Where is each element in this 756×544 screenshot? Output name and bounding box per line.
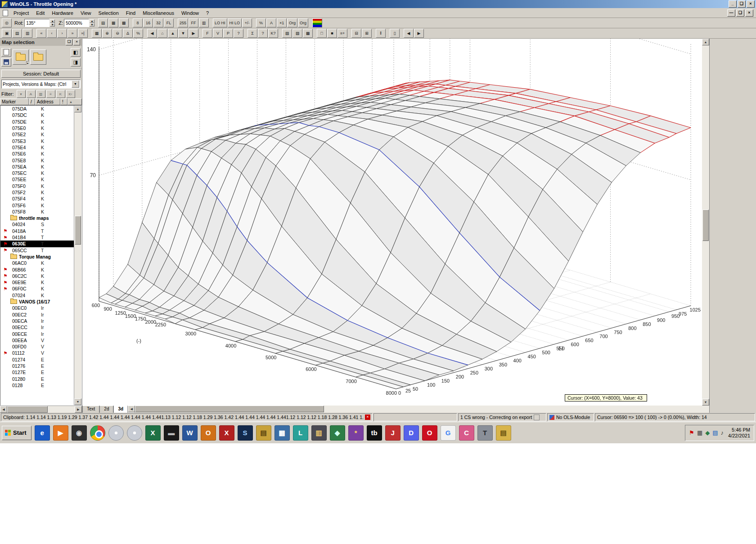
taskbar-icon-eprom-programmer[interactable]: ▥ xyxy=(311,425,327,441)
percent-view-button[interactable]: % xyxy=(256,18,266,27)
map-scroll-down-icon[interactable]: ▼ xyxy=(702,399,709,406)
display-hex-button[interactable]: FF xyxy=(189,18,198,27)
checksum-button[interactable]: Σ xyxy=(248,29,257,38)
globe-icon[interactable]: ◎ xyxy=(2,18,12,27)
taskbar-icon-google-app[interactable]: G xyxy=(441,425,456,441)
taskbar-icon-folder-window[interactable]: ▤ xyxy=(496,425,511,441)
map-row[interactable]: 00EC0Ir xyxy=(0,305,74,311)
rotation-stepper[interactable]: ▲▼ xyxy=(50,19,55,27)
map-row[interactable]: ⚑06B66K xyxy=(0,266,74,272)
precision-32bit-button[interactable]: 32 xyxy=(153,18,163,27)
import-file-button[interactable] xyxy=(30,49,46,65)
view-2d-button[interactable]: ▦ xyxy=(108,18,118,27)
map-row[interactable]: 00ECEIr xyxy=(0,330,74,337)
map-row[interactable]: 075E3K xyxy=(0,138,74,144)
filter-dropdown-button[interactable]: ▾ xyxy=(17,90,26,98)
menu-[interactable]: ? xyxy=(202,9,212,17)
scroll-right-icon[interactable]: ▶ xyxy=(75,406,82,413)
taskbar-icon-camera-recorder[interactable]: ◉ xyxy=(72,425,87,441)
filter-columns-button[interactable]: ▥ xyxy=(36,90,45,98)
show-addresses-button[interactable]: P xyxy=(223,29,233,38)
chevron-down-icon[interactable]: ▼ xyxy=(72,80,79,88)
map-row[interactable]: 01276E xyxy=(0,363,74,369)
clipboard-clear-icon[interactable]: × xyxy=(365,415,370,420)
precision-float-button[interactable]: FL xyxy=(164,18,174,27)
level-up-button[interactable]: ▲ xyxy=(168,29,178,38)
map-row[interactable]: 075DEK xyxy=(0,119,74,125)
map-row[interactable]: 01274E xyxy=(0,357,74,363)
map-row[interactable]: 0128E xyxy=(0,382,74,388)
taskbar-icon-file-explorer[interactable]: ▤ xyxy=(256,425,271,441)
map-vertical-scrollbar[interactable]: ▲ ▼ xyxy=(702,39,709,406)
map-scroll-up-icon[interactable]: ▲ xyxy=(702,39,709,45)
split-horizontal-button[interactable]: ⊟ xyxy=(351,29,361,38)
taskbar-icon-cd-burner[interactable] xyxy=(108,425,124,441)
map-row[interactable]: 075E4K xyxy=(0,144,74,151)
list-vertical-scrollbar[interactable]: ▲ ▼ xyxy=(74,106,81,405)
dock-left-button[interactable]: ◧ xyxy=(71,48,81,57)
taskbar-icon-cd-burner-2[interactable] xyxy=(127,425,142,441)
map-row[interactable]: 00EC2Ir xyxy=(0,312,74,318)
folder-row[interactable]: VANOS (16/17 xyxy=(0,299,74,305)
taskbar-icon-photo-editor[interactable]: * xyxy=(348,425,364,441)
map-row[interactable]: 075E2K xyxy=(0,131,74,138)
save-version-button[interactable] xyxy=(1,58,11,67)
precision-8bit-button[interactable]: 8 xyxy=(133,18,143,27)
map-list-view-button[interactable]: ▦ xyxy=(92,29,102,38)
column-address[interactable]: Address xyxy=(35,98,60,105)
map-row[interactable]: 07024K xyxy=(0,292,74,299)
undock-button[interactable]: ◨ xyxy=(71,58,81,67)
start-button[interactable]: Start xyxy=(2,426,32,440)
map-row[interactable]: 00ECCIr xyxy=(0,324,74,330)
tab-3d[interactable]: 3d xyxy=(113,406,128,413)
menu-project[interactable]: Project xyxy=(10,9,32,17)
map-row[interactable]: 075DAK xyxy=(0,106,74,112)
map-row[interactable]: ⚑065CCT xyxy=(0,247,74,254)
next-window-button[interactable]: ▶ xyxy=(414,29,424,38)
project-properties-button[interactable]: ▥ xyxy=(22,29,32,38)
session-selector[interactable]: Session: Default xyxy=(1,70,81,78)
taskbar-icon-logger-app[interactable]: L xyxy=(293,425,308,441)
list-horizontal-scrollbar[interactable]: ◀ ▶ xyxy=(0,406,82,413)
map-row[interactable]: 01280E xyxy=(0,375,74,382)
filter-text-button[interactable]: A xyxy=(27,90,36,98)
scroll-down-icon[interactable]: ▼ xyxy=(74,398,81,405)
view-3d-button[interactable]: ▩ xyxy=(119,18,129,27)
sort-arrow-icon[interactable]: ▲ xyxy=(68,98,82,105)
nav-end-button[interactable]: »| xyxy=(78,29,88,38)
taskbar-icon-x-utility[interactable]: X xyxy=(219,425,234,441)
map-row[interactable]: 04024S xyxy=(0,221,74,227)
taskbar-clock[interactable]: 5:46 PM 4/22/2021 xyxy=(728,427,750,439)
menu-miscellaneous[interactable]: Miscellaneous xyxy=(139,9,178,17)
map-3d-view-button[interactable]: ■ xyxy=(327,29,337,38)
pause-window-button[interactable]: ‖ xyxy=(376,29,386,38)
original-compare-button[interactable]: Org xyxy=(298,18,308,27)
map-row[interactable]: 075F6K xyxy=(0,202,74,208)
map-2d-view-button[interactable]: □ xyxy=(317,29,327,38)
hexdump-view-button[interactable]: ▧ xyxy=(292,29,302,38)
open-dropdown-icon[interactable]: ▾ xyxy=(26,61,29,65)
menu-view[interactable]: View xyxy=(77,9,95,17)
close-button[interactable]: × xyxy=(747,0,755,8)
taskbar-icon-cad-3d[interactable]: ◆ xyxy=(330,425,345,441)
text-mode-button[interactable]: ▩ xyxy=(303,29,313,38)
map-row[interactable]: 06AC0K xyxy=(0,260,74,266)
taskbar-icon-chrome[interactable] xyxy=(90,425,105,441)
taskbar-icon-wrench-tool[interactable]: T xyxy=(477,425,493,441)
taskbar-icon-c-app[interactable]: C xyxy=(459,425,474,441)
nav-previous-button[interactable]: ‹ xyxy=(47,29,57,38)
folder-row[interactable]: throttle maps xyxy=(0,215,74,221)
menu-edit[interactable]: Edit xyxy=(32,9,48,17)
tray-icon-update-status[interactable]: ▤ xyxy=(712,429,718,436)
map-row[interactable]: 075E8K xyxy=(0,157,74,163)
tab-2d[interactable]: 2d xyxy=(99,406,113,413)
map-row[interactable]: ⚑0418AT xyxy=(0,228,74,234)
map-row[interactable]: 075F8K xyxy=(0,209,74,215)
show-values-button[interactable]: V xyxy=(213,29,223,38)
taskbar-icon-outlook[interactable]: O xyxy=(201,425,216,441)
mdi-minimize-button[interactable]: — xyxy=(727,9,735,17)
map-scroll-thumb[interactable] xyxy=(702,210,709,241)
list-scroll-thumb[interactable] xyxy=(75,216,81,245)
taskbar-icon-s-logo-app[interactable]: S xyxy=(238,425,253,441)
minimize-button[interactable]: _ xyxy=(729,0,737,8)
